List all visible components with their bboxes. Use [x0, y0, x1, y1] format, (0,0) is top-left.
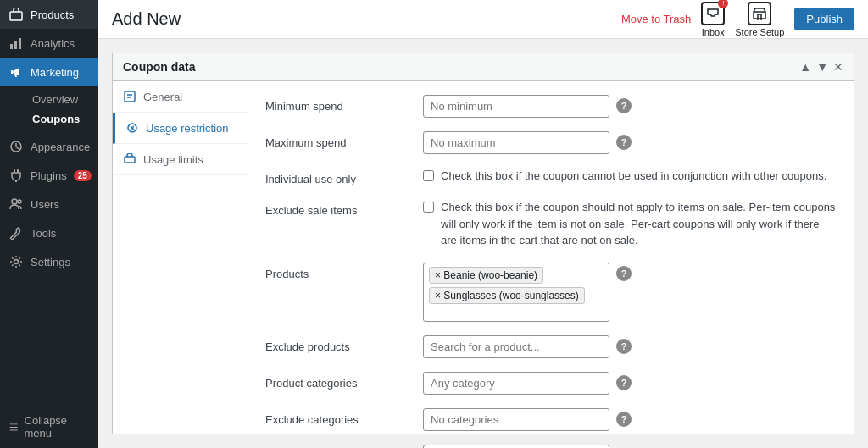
exclude-sale-label: Exclude sale items	[265, 199, 409, 217]
collapse-menu-button[interactable]: Collapse menu	[0, 406, 98, 448]
exclude-products-control: ?	[423, 335, 837, 358]
product-categories-help[interactable]: ?	[616, 375, 632, 390]
store-setup-button[interactable]: Store Setup	[735, 2, 784, 37]
main-content: Add New Move to Trash ! Inbox Store Setu…	[98, 0, 868, 448]
move-to-trash-link[interactable]: Move to Trash	[621, 13, 691, 25]
exclude-categories-input[interactable]	[423, 408, 609, 431]
exclude-categories-label: Exclude categories	[265, 408, 409, 426]
minimum-spend-control: ?	[423, 95, 837, 118]
products-label: Products	[265, 263, 409, 280]
product-categories-label: Product categories	[265, 372, 409, 390]
coupon-header-title: Coupon data	[123, 60, 196, 74]
product-tag-1-label: × Sunglasses (woo-sunglasses)	[435, 290, 579, 301]
chart-icon	[8, 36, 24, 51]
maximum-spend-input[interactable]	[423, 131, 609, 154]
general-icon	[123, 90, 136, 103]
svg-rect-2	[14, 41, 17, 49]
sidebar-item-users[interactable]: Users	[0, 190, 98, 218]
inbox-label: Inbox	[702, 27, 725, 37]
form-area: Minimum spend ? Maximum spend ?	[248, 81, 854, 448]
maximum-spend-help[interactable]: ?	[616, 135, 632, 150]
individual-use-checkbox-wrap: Check this box if the coupon cannot be u…	[423, 168, 826, 185]
sidebar-item-analytics[interactable]: Analytics	[0, 29, 98, 58]
svg-rect-1	[10, 44, 13, 49]
tab-nav: General Usage restriction Usage limits	[113, 81, 248, 448]
topbar: Add New Move to Trash ! Inbox Store Setu…	[98, 0, 868, 39]
wrench-icon	[8, 225, 24, 241]
tab-usage-restriction[interactable]: Usage restriction	[113, 113, 248, 144]
inbox-button[interactable]: ! Inbox	[701, 2, 725, 37]
exclude-categories-control: ?	[423, 408, 837, 431]
svg-point-10	[14, 260, 19, 264]
restriction-icon	[125, 121, 139, 135]
topbar-actions: Move to Trash ! Inbox Store Setup Publis…	[621, 2, 854, 37]
products-help[interactable]: ?	[616, 266, 632, 281]
sidebar-item-appearance[interactable]: Appearance	[0, 132, 98, 161]
sidebar-sub-coupons[interactable]: Coupons	[24, 109, 98, 129]
form-row-products: Products × Beanie (woo-beanie) × Sunglas…	[265, 263, 837, 322]
sidebar-item-tools[interactable]: Tools	[0, 218, 98, 247]
product-categories-control: ?	[423, 372, 837, 395]
svg-rect-11	[125, 91, 135, 102]
store-icon	[748, 2, 771, 25]
exclude-products-input[interactable]	[423, 335, 609, 358]
product-categories-input[interactable]	[423, 372, 609, 395]
collapse-down-button[interactable]: ▼	[816, 60, 828, 74]
form-row-exclude-products: Exclude products ?	[265, 335, 837, 358]
sidebar-sub-overview[interactable]: Overview	[24, 90, 98, 109]
svg-rect-3	[19, 38, 21, 49]
sidebar-sub-marketing: Overview Coupons	[0, 86, 98, 132]
sidebar-item-plugins[interactable]: Plugins 25	[0, 161, 98, 190]
collapse-menu-label: Collapse menu	[25, 414, 90, 440]
plugins-badge: 25	[74, 170, 92, 181]
collapse-up-button[interactable]: ▲	[799, 60, 811, 74]
users-icon	[8, 196, 24, 212]
store-setup-label: Store Setup	[735, 27, 784, 37]
sidebar-item-settings[interactable]: Settings	[0, 247, 98, 276]
exclude-sale-help-text: Check this box if the coupon should not …	[441, 199, 837, 249]
products-tags-input[interactable]: × Beanie (woo-beanie) × Sunglasses (woo-…	[423, 263, 609, 322]
svg-point-8	[12, 199, 17, 204]
form-row-exclude-sale: Exclude sale items Check this box if the…	[265, 199, 837, 249]
form-row-individual-use: Individual use only Check this box if th…	[265, 168, 837, 185]
sidebar-item-marketing[interactable]: Marketing	[0, 58, 98, 86]
svg-rect-0	[10, 12, 22, 20]
publish-button[interactable]: Publish	[794, 8, 854, 30]
minimum-spend-help[interactable]: ?	[616, 98, 632, 113]
sidebar-item-settings-label: Settings	[31, 256, 70, 268]
page-area: Coupon data ▲ ▼ ✕ General	[98, 39, 868, 448]
exclude-categories-help[interactable]: ?	[616, 412, 632, 427]
allowed-emails-input[interactable]	[423, 445, 609, 449]
product-tag-0: × Beanie (woo-beanie)	[429, 267, 543, 284]
tab-usage-limits[interactable]: Usage limits	[113, 144, 248, 175]
exclude-sale-checkbox[interactable]	[423, 202, 434, 213]
form-row-exclude-categories: Exclude categories ?	[265, 408, 837, 431]
exclude-sale-checkbox-wrap: Check this box if the coupon should not …	[423, 199, 837, 249]
coupon-header-controls: ▲ ▼ ✕	[799, 60, 843, 74]
sidebar-item-products[interactable]: Products	[0, 0, 98, 29]
individual-use-control: Check this box if the coupon cannot be u…	[423, 168, 837, 185]
inbox-badge: !	[718, 0, 728, 8]
sidebar: Products Analytics Marketing Overview Co…	[0, 0, 98, 448]
tab-general[interactable]: General	[113, 81, 248, 113]
exclude-products-help[interactable]: ?	[616, 339, 632, 354]
svg-point-9	[18, 200, 21, 203]
form-row-product-categories: Product categories ?	[265, 372, 837, 395]
limits-icon	[123, 152, 136, 166]
minimum-spend-input[interactable]	[423, 95, 609, 118]
tab-general-label: General	[143, 91, 182, 103]
maximum-spend-control: ?	[423, 131, 837, 154]
form-row-maximum-spend: Maximum spend ?	[265, 131, 837, 154]
exclude-products-label: Exclude products	[265, 335, 409, 353]
coupon-panel: Coupon data ▲ ▼ ✕ General	[112, 53, 854, 434]
sidebar-item-analytics-label: Analytics	[31, 37, 75, 50]
inbox-icon: !	[701, 2, 725, 25]
individual-use-checkbox[interactable]	[423, 170, 434, 181]
form-row-allowed-emails: Allowed emails ?	[265, 445, 837, 449]
sidebar-item-products-label: Products	[31, 8, 74, 21]
products-control: × Beanie (woo-beanie) × Sunglasses (woo-…	[423, 263, 837, 322]
individual-use-label: Individual use only	[265, 168, 409, 185]
close-panel-button[interactable]: ✕	[833, 60, 843, 74]
svg-rect-7	[15, 180, 17, 182]
allowed-emails-label: Allowed emails	[265, 445, 409, 449]
